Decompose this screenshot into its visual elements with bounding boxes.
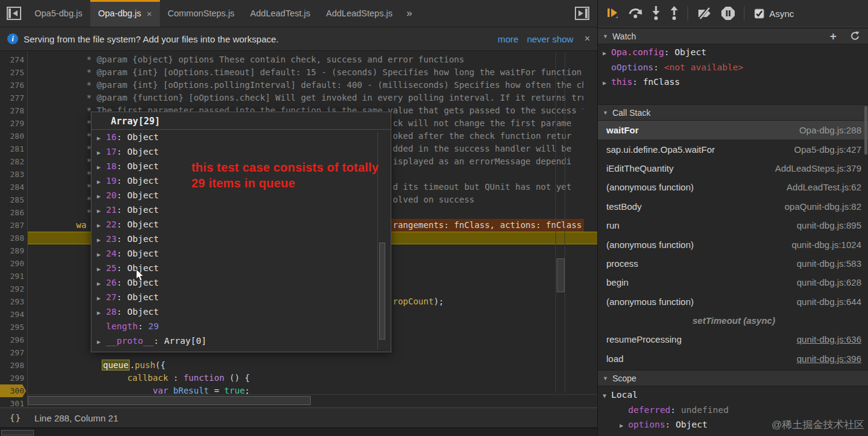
line-number[interactable]: 293: [0, 295, 24, 308]
frame-file-location[interactable]: Opa-dbg.js:288: [799, 125, 861, 135]
callstack-frame[interactable]: beginqunit-dbg.js:628: [598, 273, 868, 292]
popup-item[interactable]: ▶23: Object: [91, 232, 391, 246]
deactivate-breakpoints-button[interactable]: [697, 7, 712, 20]
popup-item[interactable]: length: 29: [91, 319, 391, 334]
editor-vertical-scrollbar[interactable]: [555, 52, 565, 393]
add-watch-icon[interactable]: +: [830, 30, 837, 43]
line-number[interactable]: 300: [0, 384, 26, 397]
frame-file-location[interactable]: qunit-dbg.js:895: [797, 220, 861, 230]
frame-file-location[interactable]: qunit-dbg.js:628: [797, 277, 861, 287]
callstack-frame[interactable]: runqunit-dbg.js:895: [598, 216, 868, 235]
line-number[interactable]: 296: [0, 334, 24, 346]
step-over-button[interactable]: [628, 7, 643, 20]
tab-AddLeadSteps.js[interactable]: AddLeadSteps.js: [318, 0, 400, 27]
never-show-link[interactable]: never show: [527, 34, 574, 44]
popup-item[interactable]: ▶21: Object: [91, 203, 391, 217]
line-number[interactable]: 292: [0, 283, 24, 295]
line-number[interactable]: 301: [0, 397, 24, 407]
line-number[interactable]: 287: [0, 219, 24, 232]
watch-item[interactable]: ▶this: fnClass: [598, 75, 868, 90]
line-number[interactable]: 294: [0, 308, 24, 321]
expand-icon[interactable]: ▶: [603, 46, 611, 61]
callstack-frame[interactable]: testBodyopaQunit-dbg.js:82: [598, 197, 868, 216]
expand-icon[interactable]: ▶: [97, 277, 106, 291]
pretty-print-icon[interactable]: {}: [10, 413, 21, 423]
line-number[interactable]: 283: [0, 168, 24, 181]
popup-item[interactable]: ▶22: Object: [91, 217, 391, 232]
frame-file-location[interactable]: qunit-dbg.js:644: [797, 297, 861, 307]
callstack-frame[interactable]: processqunit-dbg.js:583: [598, 254, 868, 273]
more-link[interactable]: more: [498, 34, 518, 44]
line-number[interactable]: 284: [0, 181, 24, 193]
line-number[interactable]: 280: [0, 130, 24, 143]
expand-icon[interactable]: ▶: [97, 160, 106, 175]
line-number[interactable]: 297: [0, 346, 24, 359]
frame-file-location[interactable]: opaQunit-dbg.js:82: [784, 201, 861, 212]
watch-item[interactable]: ▶Opa.config: Object: [598, 45, 868, 60]
expand-icon[interactable]: ▶: [97, 233, 106, 247]
callstack-frame[interactable]: (anonymous function)AddLeadTest.js:62: [598, 178, 868, 196]
popup-item[interactable]: ▶16: Object: [91, 130, 391, 144]
line-number[interactable]: 281: [0, 143, 24, 155]
popup-item[interactable]: ▶28: Object: [91, 304, 391, 319]
line-number[interactable]: 288: [0, 232, 24, 244]
tab-Opa5-dbg.js[interactable]: Opa5-dbg.js: [27, 0, 90, 27]
refresh-watch-icon[interactable]: [850, 31, 860, 41]
popup-item[interactable]: ▶24: Object: [91, 246, 391, 261]
line-number[interactable]: 291: [0, 270, 24, 283]
callstack-frame[interactable]: sap.ui.define.Opa5.waitForOpa5-dbg.js:42…: [598, 139, 868, 158]
expand-icon[interactable]: ▶: [97, 175, 106, 189]
frame-file-location[interactable]: qunit-dbg.js:1024: [792, 240, 861, 250]
frame-file-location[interactable]: qunit-dbg.js:396: [797, 354, 861, 364]
line-number[interactable]: 289: [0, 244, 24, 257]
watch-section-header[interactable]: ▼ Watch +: [598, 28, 868, 44]
frame-file-location[interactable]: qunit-dbg.js:583: [797, 258, 861, 269]
tab-close-icon[interactable]: ×: [147, 8, 152, 19]
scope-section-header[interactable]: ▼ Scope: [598, 370, 868, 386]
frame-file-location[interactable]: AddLeadSteps.js:379: [775, 163, 861, 173]
watch-item[interactable]: oOptions: <not available>: [598, 60, 868, 75]
frame-file-location[interactable]: qunit-dbg.js:636: [797, 334, 861, 344]
async-checkbox[interactable]: [754, 8, 764, 19]
tab-Opa-dbg.js[interactable]: Opa-dbg.js×: [90, 0, 160, 27]
tab-CommonSteps.js[interactable]: CommonSteps.js: [160, 0, 242, 27]
collapse-icon[interactable]: ▼: [603, 389, 611, 404]
callstack-frame[interactable]: resumeProcessingqunit-dbg.js:636: [598, 330, 868, 349]
show-debugger-sidebar-icon[interactable]: [574, 5, 590, 21]
expand-icon[interactable]: ▶: [97, 131, 106, 146]
infobar-close-icon[interactable]: ×: [585, 33, 590, 44]
resume-script-execution-button[interactable]: [606, 7, 620, 20]
line-number[interactable]: 274: [0, 53, 24, 66]
expand-icon[interactable]: ▶: [97, 335, 106, 349]
expand-icon[interactable]: ▶: [603, 76, 611, 91]
line-number[interactable]: 275: [0, 66, 24, 79]
tab-AddLeadTest.js[interactable]: AddLeadTest.js: [242, 0, 318, 27]
expand-icon[interactable]: ▶: [97, 306, 106, 320]
line-number[interactable]: 298: [0, 359, 24, 372]
editor-horizontal-scrollbar[interactable]: [28, 394, 597, 406]
expand-icon[interactable]: ▶: [97, 204, 106, 218]
popup-item[interactable]: ▶__proto__: Array[0]: [91, 334, 391, 348]
callstack-frame[interactable]: iEditTheQuantityAddLeadSteps.js:379: [598, 159, 868, 178]
expand-icon[interactable]: ▶: [97, 291, 106, 306]
line-number[interactable]: 279: [0, 117, 24, 130]
frame-file-location[interactable]: Opa5-dbg.js:427: [794, 144, 861, 155]
step-out-button[interactable]: [669, 6, 679, 21]
expand-icon[interactable]: ▶: [97, 247, 106, 262]
popup-item[interactable]: ▶17: Object: [91, 144, 391, 159]
scope-local-section[interactable]: ▼Local: [598, 387, 868, 403]
line-number[interactable]: 277: [0, 92, 24, 104]
line-number[interactable]: 290: [0, 257, 24, 270]
expand-icon[interactable]: ▶: [97, 146, 106, 160]
line-number[interactable]: 276: [0, 79, 24, 92]
tab-overflow-chevron[interactable]: »: [400, 0, 418, 27]
line-number[interactable]: 299: [0, 372, 24, 384]
callstack-frame[interactable]: (anonymous function)qunit-dbg.js:644: [598, 292, 868, 311]
hide-navigator-icon[interactable]: [6, 5, 22, 21]
callstack-frame[interactable]: waitForOpa-dbg.js:288: [598, 121, 868, 139]
expand-icon[interactable]: ▶: [97, 262, 106, 277]
scope-variable[interactable]: deferred: undefined: [598, 403, 868, 418]
expand-icon[interactable]: ▶: [620, 418, 628, 434]
line-number[interactable]: 278: [0, 104, 24, 117]
frame-file-location[interactable]: AddLeadTest.js:62: [787, 182, 861, 192]
